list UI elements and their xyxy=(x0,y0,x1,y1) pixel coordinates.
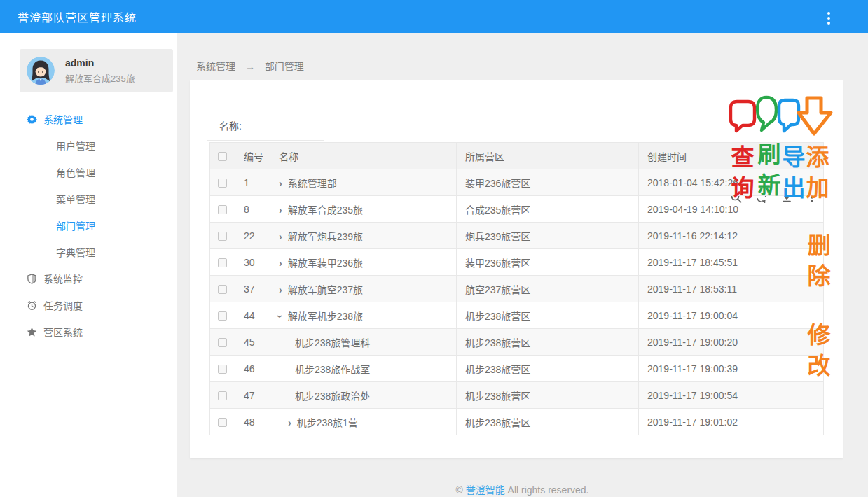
department-name: 解放军机步238旅 xyxy=(288,311,363,322)
expand-icon[interactable]: › xyxy=(279,258,282,268)
cell-name: 机步238旅作战室 xyxy=(270,356,457,382)
cell-id: 1 xyxy=(235,169,270,196)
collapse-icon[interactable]: › xyxy=(275,314,285,318)
sidebar-item-dictionary-management[interactable]: 字典管理 xyxy=(0,239,177,265)
expand-icon[interactable]: › xyxy=(279,178,282,188)
cell-created: 2019-11-17 19:00:20 xyxy=(639,329,824,356)
department-name: 机步238旅政治处 xyxy=(295,391,370,402)
cell-name: ›机步238旅1营 xyxy=(270,409,457,435)
content-panel: 名称: 编号 名称 所属营区 创建时间 xyxy=(190,80,843,458)
department-table: 编号 名称 所属营区 创建时间 1›系统管理部装甲236旅营区2018-01-0… xyxy=(209,142,823,435)
department-name: 解放军炮兵239旅 xyxy=(288,231,363,242)
sidebar-item-camp-system[interactable]: 营区系统 xyxy=(0,318,177,345)
name-search-input[interactable] xyxy=(246,119,324,132)
column-header-created[interactable]: 创建时间 xyxy=(639,143,824,169)
sidebar-item-role-management[interactable]: 角色管理 xyxy=(0,159,177,186)
cell-name: ›解放军机步238旅 xyxy=(270,302,457,329)
cell-name: ›解放军合成235旅 xyxy=(270,196,457,223)
cell-created: 2019-11-17 19:01:02 xyxy=(639,409,824,435)
row-checkbox[interactable] xyxy=(218,285,227,294)
breadcrumb-parent[interactable]: 系统管理 xyxy=(196,61,235,72)
table-row: 22›解放军炮兵239旅炮兵239旅营区2019-11-16 22:14:12 xyxy=(210,223,824,249)
breadcrumb-separator: → xyxy=(245,61,255,72)
sidebar-item-department-management[interactable]: 部门管理 xyxy=(0,212,177,239)
column-header-camp[interactable]: 所属营区 xyxy=(457,143,639,169)
breadcrumb-current: 部门管理 xyxy=(265,61,304,72)
row-checkbox[interactable] xyxy=(218,232,227,241)
column-header-name[interactable]: 名称 xyxy=(270,143,457,169)
shield-icon xyxy=(27,274,37,284)
row-checkbox[interactable] xyxy=(218,418,227,427)
table-row: 46机步238旅作战室机步238旅营区2019-11-17 19:00:39 xyxy=(210,356,824,382)
header-more-icon[interactable] xyxy=(826,9,832,27)
user-unit: 解放军合成235旅 xyxy=(65,71,135,85)
table-row: 8›解放军合成235旅合成235旅营区2019-04-19 14:10:10 xyxy=(210,196,824,223)
department-name: 解放军装甲236旅 xyxy=(288,258,363,269)
cell-id: 22 xyxy=(235,223,270,249)
select-all-checkbox[interactable] xyxy=(218,152,227,161)
department-name: 解放军合成235旅 xyxy=(288,204,363,216)
department-name: 机步238旅管理科 xyxy=(295,337,370,349)
cell-id: 30 xyxy=(235,249,270,276)
cell-name: ›解放军装甲236旅 xyxy=(270,249,457,276)
cell-camp: 合成235旅营区 xyxy=(457,196,639,223)
cell-name: ›系统管理部 xyxy=(270,169,457,196)
clock-icon xyxy=(27,300,37,311)
department-name: 解放军航空237旅 xyxy=(288,284,363,295)
table-body: 1›系统管理部装甲236旅营区2018-01-04 15:42:268›解放军合… xyxy=(210,169,824,435)
table-row: 45机步238旅管理科机步238旅营区2019-11-17 19:00:20 xyxy=(210,329,824,356)
cell-camp: 机步238旅营区 xyxy=(457,382,639,409)
column-header-id[interactable]: 编号 xyxy=(235,143,270,169)
sidebar-item-task-scheduler[interactable]: 任务调度 xyxy=(0,292,177,318)
user-name: admin xyxy=(65,57,135,69)
gear-icon xyxy=(27,114,37,125)
cell-created: 2019-04-19 14:10:10 xyxy=(639,196,824,223)
search-label: 名称: xyxy=(219,118,242,132)
cell-created: 2019-11-16 22:14:12 xyxy=(639,223,824,249)
row-checkbox[interactable] xyxy=(218,338,227,347)
row-checkbox[interactable] xyxy=(218,312,227,321)
expand-icon[interactable]: › xyxy=(279,205,282,215)
expand-icon[interactable]: › xyxy=(288,418,291,428)
sidebar-item-user-management[interactable]: 用户管理 xyxy=(0,132,177,159)
row-checkbox[interactable] xyxy=(218,205,227,214)
breadcrumb: 系统管理 → 部门管理 xyxy=(196,59,304,73)
row-checkbox[interactable] xyxy=(218,178,227,188)
cell-id: 44 xyxy=(235,302,270,329)
cell-created: 2019-11-17 19:00:04 xyxy=(639,302,824,329)
sidebar: admin 解放军合成235旅 系统管理 用户管理 角色管理 菜单管理 部门管理… xyxy=(0,33,177,497)
row-checkbox[interactable] xyxy=(218,391,227,400)
copyright-symbol: © xyxy=(455,484,462,496)
expand-icon[interactable]: › xyxy=(279,285,282,295)
sidebar-item-system-monitor[interactable]: 系统监控 xyxy=(0,265,177,292)
cell-camp: 航空237旅营区 xyxy=(457,276,639,302)
avatar[interactable] xyxy=(27,57,55,85)
cell-id: 46 xyxy=(235,356,270,382)
department-name: 机步238旅作战室 xyxy=(295,364,370,375)
sidebar-item-system-management[interactable]: 系统管理 xyxy=(0,106,177,132)
table-row: 44›解放军机步238旅机步238旅营区2019-11-17 19:00:04 xyxy=(210,302,824,329)
cell-created: 2019-11-17 18:45:51 xyxy=(639,249,824,276)
cell-id: 47 xyxy=(235,382,270,409)
cell-name: ›解放军航空237旅 xyxy=(270,276,457,302)
cell-created: 2019-11-17 19:00:54 xyxy=(639,382,824,409)
cell-camp: 机步238旅营区 xyxy=(457,302,639,329)
cell-camp: 机步238旅营区 xyxy=(457,356,639,382)
row-checkbox[interactable] xyxy=(218,365,227,374)
brand-link[interactable]: 誉澄智能 xyxy=(466,484,505,496)
cell-id: 45 xyxy=(235,329,270,356)
sidebar-item-label: 系统监控 xyxy=(43,272,83,286)
rights-text: All rights reserved. xyxy=(508,484,589,496)
table-row: 47机步238旅政治处机步238旅营区2019-11-17 19:00:54 xyxy=(210,382,824,409)
cell-created: 2019-11-17 18:53:11 xyxy=(639,276,824,302)
cell-created: 2018-01-04 15:42:26 xyxy=(639,169,824,196)
table-row: 30›解放军装甲236旅装甲236旅营区2019-11-17 18:45:51 xyxy=(210,249,824,276)
row-checkbox[interactable] xyxy=(218,258,227,267)
sidebar-item-menu-management[interactable]: 菜单管理 xyxy=(0,186,177,212)
department-name: 系统管理部 xyxy=(288,178,337,189)
cell-name: 机步238旅政治处 xyxy=(270,382,457,409)
expand-icon[interactable]: › xyxy=(279,232,282,241)
search-box: 名称: xyxy=(207,110,324,141)
cell-name: 机步238旅管理科 xyxy=(270,329,457,356)
sidebar-item-label: 系统管理 xyxy=(43,112,83,126)
